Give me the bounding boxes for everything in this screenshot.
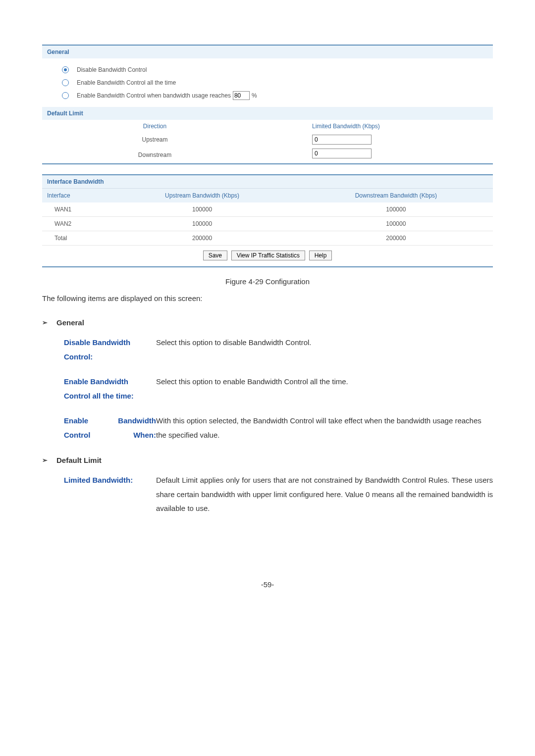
section-default-limit: ➢ Default Limit Limited Bandwidth: Defau… [42, 456, 493, 516]
interface-bandwidth-panel: Interface Bandwidth Interface Upstream B… [42, 174, 493, 267]
iface-table: Interface Upstream Bandwidth (Kbps) Down… [42, 189, 493, 246]
iface-cell: Total [42, 231, 105, 246]
def-desc: Default Limit applies only for users tha… [156, 473, 493, 516]
def-row: Enable Bandwidth Control all the time: S… [64, 375, 493, 403]
up-cell: 200000 [105, 231, 299, 246]
general-panel: General Disable Bandwidth Control Enable… [42, 45, 493, 164]
def-term: Enable Bandwidth Control all the time: [64, 375, 156, 403]
radio-enable-always-label: Enable Bandwidth Control all the time [77, 79, 176, 86]
down-cell: 100000 [299, 217, 493, 231]
default-limit-header: Default Limit [42, 107, 493, 120]
radio-enable-always[interactable] [62, 79, 69, 86]
def-term: Limited Bandwidth: [64, 473, 156, 516]
col-upstream: Upstream Bandwidth (Kbps) [105, 189, 299, 202]
section-general-title: General [56, 318, 84, 327]
table-row: Upstream [42, 133, 493, 147]
col-interface: Interface [42, 189, 105, 202]
iface-cell: WAN2 [42, 217, 105, 231]
table-row: WAN2 100000 100000 [42, 217, 493, 231]
up-cell: 100000 [105, 202, 299, 217]
def-desc: Select this option to disable Bandwidth … [156, 336, 493, 364]
table-row: WAN1 100000 100000 [42, 202, 493, 217]
def-desc: Select this option to enable Bandwidth C… [156, 375, 493, 403]
default-limit-table: Direction Limited Bandwidth (Kbps) Upstr… [42, 120, 493, 163]
def-desc: With this option selected, the Bandwidth… [156, 414, 493, 442]
def-term: Enable Bandwidth Control When: [64, 414, 156, 442]
threshold-input[interactable] [233, 91, 250, 100]
col-limited: Limited Bandwidth (Kbps) [268, 120, 493, 133]
radio-enable-threshold[interactable] [62, 92, 69, 99]
help-button[interactable]: Help [309, 251, 332, 260]
radio-threshold-pre: Enable Bandwidth Control when bandwidth … [77, 92, 231, 99]
row-downstream-label: Downstream [42, 147, 268, 163]
down-cell: 200000 [299, 231, 493, 246]
iface-header: Interface Bandwidth [42, 175, 493, 189]
row-upstream-label: Upstream [42, 133, 268, 147]
downstream-input[interactable] [312, 149, 372, 158]
section-default-title: Default Limit [56, 456, 102, 464]
up-cell: 100000 [105, 217, 299, 231]
def-row: Disable Bandwidth Control: Select this o… [64, 336, 493, 364]
button-row: Save View IP Traffic Statistics Help [42, 246, 493, 266]
def-row: Limited Bandwidth: Default Limit applies… [64, 473, 493, 516]
intro-text: The following items are displayed on thi… [42, 293, 493, 304]
radio-threshold-post: % [252, 92, 257, 99]
page-number: -59- [42, 580, 493, 589]
view-stats-button[interactable]: View IP Traffic Statistics [231, 251, 305, 260]
radio-disable-label: Disable Bandwidth Control [77, 66, 147, 73]
chevron-icon: ➢ [42, 319, 48, 326]
col-downstream: Downstream Bandwidth (Kbps) [299, 189, 493, 202]
radio-disable-bw[interactable] [62, 66, 69, 73]
upstream-input[interactable] [312, 135, 372, 145]
table-row: Downstream [42, 147, 493, 163]
def-row: Enable Bandwidth Control When: With this… [64, 414, 493, 442]
general-header: General [42, 46, 493, 58]
chevron-icon: ➢ [42, 456, 48, 464]
general-body: Disable Bandwidth Control Enable Bandwid… [42, 58, 493, 107]
figure-caption: Figure 4-29 Configuration [42, 277, 493, 286]
section-general: ➢ General Disable Bandwidth Control: Sel… [42, 318, 493, 442]
def-term: Disable Bandwidth Control: [64, 336, 156, 364]
save-button[interactable]: Save [203, 251, 227, 260]
table-row: Total 200000 200000 [42, 231, 493, 246]
col-direction: Direction [42, 120, 268, 133]
down-cell: 100000 [299, 202, 493, 217]
iface-cell: WAN1 [42, 202, 105, 217]
